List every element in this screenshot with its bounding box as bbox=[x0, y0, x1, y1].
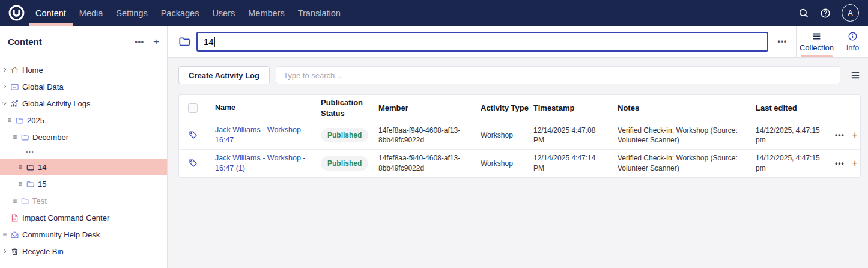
drag-handle-icon[interactable] bbox=[12, 134, 18, 140]
tree-item-label: Global Data bbox=[22, 82, 64, 91]
table-row: Jack Williams - Workshop - 16:47 (1) Pub… bbox=[179, 149, 860, 177]
sidebar-title: Content bbox=[8, 37, 42, 47]
table-row: Jack Williams - Workshop - 16:47 Publish… bbox=[179, 121, 860, 149]
content-name-input[interactable]: 14 bbox=[196, 32, 768, 52]
nav-item-users[interactable]: Users bbox=[205, 0, 241, 26]
tree-item-label: Global Activity Logs bbox=[22, 99, 90, 108]
list-icon bbox=[812, 31, 822, 41]
umbraco-logo[interactable] bbox=[8, 5, 25, 21]
column-header-name: Name bbox=[207, 99, 312, 117]
row-name-link[interactable]: Jack Williams - Workshop - 16:47 bbox=[215, 126, 305, 144]
row-add-button[interactable]: + bbox=[852, 129, 858, 142]
top-navbar: ContentMediaSettingsPackagesUsersMembers… bbox=[0, 0, 868, 26]
search-icon[interactable] bbox=[798, 8, 809, 19]
tree-item-test[interactable]: Test bbox=[0, 192, 167, 209]
help-icon[interactable] bbox=[820, 8, 831, 19]
chevron-right-icon[interactable] bbox=[2, 67, 8, 73]
tree-item-14[interactable]: 14 bbox=[0, 159, 167, 175]
nav-item-media[interactable]: Media bbox=[73, 0, 110, 26]
nav-item-translation[interactable]: Translation bbox=[291, 0, 347, 26]
tree-item-label: Home bbox=[22, 65, 43, 75]
tree-item-2025[interactable]: 2025 bbox=[0, 112, 167, 129]
tree-more-indicator[interactable]: ... bbox=[0, 145, 167, 159]
folder-icon bbox=[15, 116, 24, 125]
row-name-link[interactable]: Jack Williams - Workshop - 16:47 (1) bbox=[215, 154, 305, 172]
tree-item-label: Test bbox=[32, 196, 47, 206]
content-area: 14 ••• Collection Info Create Acti bbox=[168, 26, 868, 268]
tree-item-community-help-desk[interactable]: Community Help Desk bbox=[0, 226, 167, 243]
folder-icon bbox=[26, 163, 35, 172]
content-header-left: 14 ••• bbox=[168, 26, 796, 57]
row-more-button[interactable]: ••• bbox=[835, 159, 845, 168]
column-header-publication-status: Publication Status bbox=[312, 94, 370, 122]
status-badge: Published bbox=[321, 128, 368, 142]
nav-item-members[interactable]: Members bbox=[241, 0, 291, 26]
tree-item-label: 15 bbox=[38, 180, 46, 189]
sidebar-header: Content ••• + bbox=[0, 26, 167, 58]
column-header-timestamp: Timestamp bbox=[525, 99, 609, 117]
row-timestamp: 12/14/2025 4:47:08 PM bbox=[525, 122, 609, 148]
tree-item-impact-command-center[interactable]: Impact Command Center bbox=[0, 209, 167, 226]
row-notes: Verified Check-in: Workshop (Source: Vol… bbox=[609, 122, 747, 148]
tab-collection[interactable]: Collection bbox=[796, 26, 837, 57]
row-notes: Verified Check-in: Workshop (Source: Vol… bbox=[609, 150, 747, 176]
drag-handle-icon[interactable] bbox=[2, 231, 8, 237]
tab-info[interactable]: Info bbox=[837, 26, 868, 57]
row-more-button[interactable]: ••• bbox=[835, 130, 845, 140]
nav-item-content[interactable]: Content bbox=[29, 0, 73, 26]
home-icon bbox=[10, 65, 19, 75]
header-more-button[interactable]: ••• bbox=[768, 37, 796, 46]
tree-item-december[interactable]: December bbox=[0, 129, 167, 145]
chevron-right-icon[interactable] bbox=[2, 84, 8, 90]
row-last-edited: 14/12/2025, 4:47:15 pm bbox=[747, 150, 828, 176]
avatar[interactable]: A bbox=[842, 4, 859, 22]
table-rows: Jack Williams - Workshop - 16:47 Publish… bbox=[179, 121, 860, 177]
chevron-right-icon[interactable] bbox=[2, 248, 8, 254]
column-header-notes: Notes bbox=[609, 99, 747, 117]
status-badge: Published bbox=[321, 156, 368, 171]
chevron-down-icon[interactable] bbox=[2, 100, 8, 106]
collection-toolbar: Create Activity Log bbox=[178, 66, 861, 84]
tab-collection-label: Collection bbox=[800, 43, 834, 52]
mail-icon bbox=[10, 230, 19, 239]
sidebar-add-button[interactable]: + bbox=[153, 36, 159, 48]
sidebar-more-button[interactable]: ••• bbox=[135, 38, 144, 46]
column-header-member: Member bbox=[370, 99, 472, 117]
row-activity-type: Workshop bbox=[472, 127, 525, 144]
select-all-checkbox[interactable] bbox=[188, 103, 198, 113]
drag-handle-icon[interactable] bbox=[12, 198, 18, 204]
chart-icon bbox=[10, 99, 19, 108]
list-view-icon[interactable] bbox=[850, 70, 861, 81]
folder-icon bbox=[178, 35, 191, 48]
drag-handle-icon[interactable] bbox=[17, 164, 23, 170]
tree-item-home[interactable]: Home bbox=[0, 61, 167, 78]
row-timestamp: 12/14/2025 4:47:14 PM bbox=[525, 150, 609, 176]
nav-item-packages[interactable]: Packages bbox=[154, 0, 206, 26]
row-member: 14fef8aa-f940-4608-af13-8bb49fc9022d bbox=[370, 150, 472, 176]
create-activity-log-button[interactable]: Create Activity Log bbox=[178, 66, 270, 84]
row-add-button[interactable]: + bbox=[852, 157, 858, 170]
row-last-edited: 14/12/2025, 4:47:15 pm bbox=[747, 122, 828, 148]
app-root: ContentMediaSettingsPackagesUsersMembers… bbox=[0, 0, 868, 268]
tree-item-global-data[interactable]: Global Data bbox=[0, 78, 167, 95]
active-tab-indicator bbox=[801, 55, 833, 57]
folder-icon bbox=[26, 180, 35, 189]
main-row: Content ••• + HomeGlobal DataGlobal Acti… bbox=[0, 26, 868, 268]
tag-icon bbox=[188, 130, 198, 140]
row-member: 14fef8aa-f940-4608-af13-8bb49fc9022d bbox=[370, 122, 472, 148]
sidebar: Content ••• + HomeGlobal DataGlobal Acti… bbox=[0, 26, 168, 268]
collection-search-input[interactable] bbox=[276, 66, 840, 84]
tree-item-label: 14 bbox=[38, 163, 46, 172]
tree-item-recycle-bin[interactable]: Recycle Bin bbox=[0, 243, 167, 260]
trash-icon bbox=[10, 247, 19, 256]
nav-item-settings[interactable]: Settings bbox=[109, 0, 154, 26]
storage-icon bbox=[10, 82, 19, 91]
column-header-activity-type: Activity Type bbox=[472, 99, 525, 117]
tree-item-label: Recycle Bin bbox=[22, 247, 64, 256]
section-nav: ContentMediaSettingsPackagesUsersMembers… bbox=[29, 0, 347, 26]
tree-item-global-activity-logs[interactable]: Global Activity Logs bbox=[0, 95, 167, 112]
document-icon bbox=[10, 213, 19, 222]
drag-handle-icon[interactable] bbox=[7, 117, 13, 123]
drag-handle-icon[interactable] bbox=[17, 181, 23, 187]
tree-item-15[interactable]: 15 bbox=[0, 175, 167, 192]
